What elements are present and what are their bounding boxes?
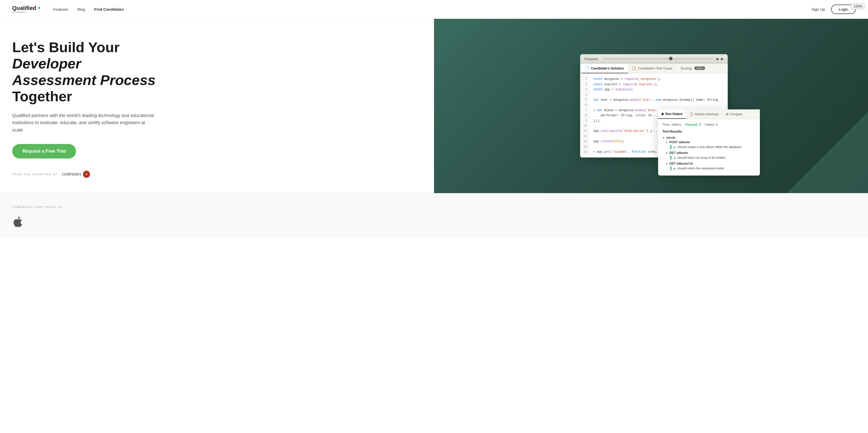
sign-up-link[interactable]: Sign Up bbox=[811, 7, 825, 11]
run-time: Time: 329ms bbox=[662, 123, 681, 126]
test-subgroup-post-header[interactable]: ▼ POST /albums bbox=[665, 140, 756, 145]
playback-bar: Playback: ◀ ▶ bbox=[580, 55, 728, 64]
nav-blog[interactable]: Blog bbox=[78, 7, 85, 11]
logo[interactable]: Qualified ✦ by andela bbox=[12, 5, 41, 13]
run-icon: ▶ bbox=[662, 112, 664, 116]
run-failed: Failed: 0 bbox=[705, 123, 718, 126]
hero-description: Qualified partners with the world's lead… bbox=[12, 112, 155, 134]
from-creators-label: FROM THE CREATORS OF bbox=[12, 173, 58, 176]
tab-test-cases[interactable]: 📋 Candidate's Test Cases bbox=[628, 64, 676, 73]
playback-track[interactable] bbox=[603, 58, 713, 60]
test-item-1: ▶ should create a new Album within the d… bbox=[665, 145, 756, 150]
tab-compare[interactable]: ⊞ Compare bbox=[722, 110, 746, 119]
zoom-badge: 125% bbox=[851, 3, 865, 9]
nav-find-candidates[interactable]: Find Candidates bbox=[94, 7, 124, 11]
hero-section: Let's Build Your Developer Assessment Pr… bbox=[0, 19, 868, 193]
playback-next-icon[interactable]: ▶ bbox=[721, 57, 724, 61]
nav-links: Features Blog Find Candidates bbox=[53, 7, 124, 11]
test-subgroup-get-header[interactable]: ▼ GET /albums bbox=[665, 151, 756, 155]
playback-prev-icon[interactable]: ◀ bbox=[716, 57, 718, 61]
pass-icon-2: ▶ bbox=[674, 156, 676, 159]
companies-section: COMPANIES THAT TRUST US bbox=[0, 193, 868, 238]
nav-features[interactable]: Features bbox=[53, 7, 68, 11]
test-item-3: ▶ should return the requested model bbox=[665, 166, 756, 171]
pass-icon-3: ▶ bbox=[674, 167, 676, 170]
review-icon: 📋 bbox=[689, 112, 693, 116]
test-item-2: ▶ should return an array of all models bbox=[665, 155, 756, 160]
apple-logo bbox=[12, 216, 22, 230]
scoring-badge: 100% bbox=[694, 67, 705, 70]
companies-logos bbox=[12, 216, 856, 230]
run-output-tabs: ▶ Run Output 📋 Review Summary ⊞ Compare bbox=[658, 110, 760, 119]
line-numbers: 12345 678910 1112131415 bbox=[580, 74, 589, 158]
from-creators: FROM THE CREATORS OF codewars ✦ bbox=[12, 171, 166, 178]
codewars-logo: codewars ✦ bbox=[62, 171, 90, 178]
pass-indicator-2 bbox=[670, 156, 671, 160]
companies-label: COMPANIES THAT TRUST US bbox=[12, 206, 856, 209]
test-cases-icon: 📋 bbox=[632, 66, 636, 70]
logo-leaf-icon: ✦ bbox=[37, 6, 41, 10]
hero-left: Let's Build Your Developer Assessment Pr… bbox=[0, 19, 178, 193]
pass-icon: ▶ bbox=[674, 146, 676, 149]
run-passed: Passed: 2 bbox=[685, 123, 701, 126]
test-group-server-header[interactable]: ▼ server bbox=[662, 135, 756, 140]
collapse-get-icon: ▼ bbox=[665, 152, 668, 154]
test-group-server: ▼ server ▼ POST /albums bbox=[662, 135, 756, 171]
hero-title: Let's Build Your Developer Assessment Pr… bbox=[12, 39, 166, 105]
collapse-icon: ▼ bbox=[662, 136, 665, 139]
hero-right: Playback: ◀ ▶ 📄 Candidate's Solution 📋 C… bbox=[434, 19, 868, 193]
compare-icon: ⊞ bbox=[726, 112, 728, 116]
test-tree: ▼ server ▼ POST /albums bbox=[662, 135, 756, 171]
tab-scoring[interactable]: Scoring 100% bbox=[676, 64, 709, 73]
test-subgroup-post: ▼ POST /albums ▶ should create a new Alb… bbox=[665, 140, 756, 150]
tab-run-output[interactable]: ▶ Run Output bbox=[658, 110, 686, 119]
hero-triangle-2 bbox=[434, 19, 485, 70]
run-output-body: Time: 329ms Passed: 2 Failed: 0 Test Res… bbox=[658, 119, 760, 176]
test-results-label: Test Results: bbox=[662, 129, 756, 133]
playback-label: Playback: bbox=[584, 57, 598, 61]
nav-left: Qualified ✦ by andela Features Blog Find… bbox=[12, 5, 124, 13]
navbar: Qualified ✦ by andela Features Blog Find… bbox=[0, 0, 868, 19]
test-subgroup-get-id-header[interactable]: ▼ GET /albums/:id bbox=[665, 161, 756, 166]
run-output-panel: ▶ Run Output 📋 Review Summary ⊞ Compare … bbox=[658, 110, 760, 176]
pass-indicator-3 bbox=[670, 166, 671, 171]
hero-triangle-1 bbox=[786, 112, 868, 193]
test-subgroup-get: ▼ GET /albums ▶ should return an array o… bbox=[665, 151, 756, 160]
solution-icon: 📄 bbox=[585, 66, 590, 70]
run-stats: Time: 329ms Passed: 2 Failed: 0 bbox=[662, 123, 756, 126]
codewars-icon: ✦ bbox=[83, 171, 90, 178]
logo-sub: by andela bbox=[12, 11, 41, 13]
collapse-get-id-icon: ▼ bbox=[665, 162, 668, 165]
cta-button[interactable]: Request a Free Trial bbox=[12, 144, 76, 158]
tab-solution[interactable]: 📄 Candidate's Solution bbox=[581, 64, 628, 73]
editor-tabs: 📄 Candidate's Solution 📋 Candidate's Tes… bbox=[580, 64, 728, 74]
playback-thumb[interactable] bbox=[669, 57, 672, 61]
nav-right: Sign Up Login bbox=[811, 5, 856, 14]
test-subgroup-get-id: ▼ GET /albums/:id ▶ should return the re… bbox=[665, 161, 756, 171]
tab-review-summary[interactable]: 📋 Review Summary bbox=[686, 110, 722, 119]
pass-indicator bbox=[670, 145, 671, 149]
collapse-post-icon: ▼ bbox=[665, 141, 668, 144]
logo-name: Qualified ✦ bbox=[12, 5, 41, 11]
